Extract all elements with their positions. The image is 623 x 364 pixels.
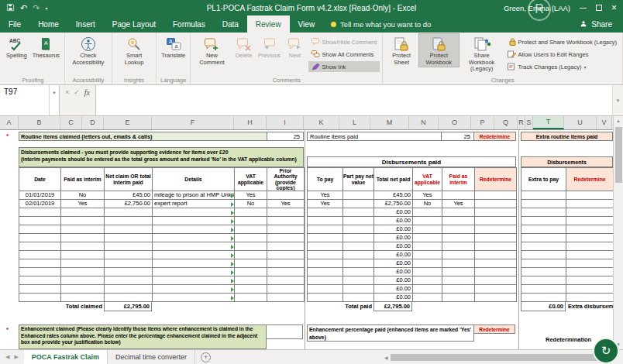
cell[interactable] bbox=[521, 200, 566, 208]
cell[interactable] bbox=[105, 276, 153, 285]
minimize-button[interactable] bbox=[580, 8, 587, 9]
column-header[interactable]: D bbox=[82, 116, 104, 129]
tell-me-box[interactable]: Tell me what you want to do bbox=[323, 15, 439, 33]
protect-and-share-workbook-button[interactable]: Protect and Share Workbook (Legacy) bbox=[504, 36, 620, 47]
show-all-comments-button[interactable]: Show All Comments bbox=[308, 49, 380, 60]
cell[interactable] bbox=[521, 217, 566, 225]
ribbon-tab-page-layout[interactable]: Page Layout bbox=[104, 15, 164, 33]
cell[interactable]: Yes bbox=[267, 200, 305, 208]
total-paid-value[interactable]: £2,795.00 bbox=[373, 301, 412, 311]
cell[interactable] bbox=[442, 259, 475, 268]
column-header[interactable]: P bbox=[471, 116, 494, 129]
cell[interactable]: mileage to prison at HMP Unknown bbox=[153, 191, 235, 200]
cell[interactable] bbox=[267, 217, 305, 225]
routine-items-paid-value[interactable]: 25 bbox=[442, 132, 474, 141]
header-cell[interactable]: Paid as interim bbox=[61, 168, 105, 191]
track-changes-button[interactable]: Track Changes (Legacy) ▾ bbox=[504, 61, 620, 72]
share-workbook-button[interactable]: Share Workbook (Legacy) bbox=[460, 33, 504, 74]
cell[interactable] bbox=[413, 225, 442, 234]
column-header[interactable]: M bbox=[370, 116, 409, 129]
cell[interactable] bbox=[19, 259, 61, 268]
cell[interactable] bbox=[267, 251, 305, 259]
cell[interactable] bbox=[475, 242, 517, 251]
sheet-tab-poca-fastrak-claim[interactable]: POCA Fastrak Claim bbox=[24, 350, 108, 364]
cell[interactable] bbox=[475, 200, 517, 208]
cell[interactable] bbox=[235, 242, 267, 251]
sheet-tab-decimal-time-converter[interactable]: Decimal time converter bbox=[108, 350, 195, 364]
cell[interactable] bbox=[343, 234, 374, 242]
cell[interactable] bbox=[413, 259, 442, 268]
cell[interactable] bbox=[521, 234, 566, 242]
cell[interactable] bbox=[475, 285, 517, 294]
cell[interactable] bbox=[442, 217, 475, 225]
cell[interactable] bbox=[105, 251, 153, 259]
header-cell[interactable]: Part pay net value bbox=[343, 168, 374, 191]
cell[interactable]: £0.00 bbox=[374, 242, 413, 251]
cell[interactable]: 01/01/2019 bbox=[19, 191, 61, 200]
cell[interactable] bbox=[153, 208, 235, 217]
cell[interactable] bbox=[566, 217, 613, 225]
cell[interactable] bbox=[267, 259, 305, 268]
column-header[interactable]: I bbox=[267, 116, 304, 129]
close-button[interactable]: × bbox=[611, 3, 617, 12]
cell[interactable] bbox=[566, 234, 613, 242]
routine-items-paid-label[interactable]: Routine items paid bbox=[307, 132, 442, 141]
vertical-scrollbar[interactable]: ▲ ▼ bbox=[613, 116, 623, 349]
cell[interactable] bbox=[153, 251, 235, 259]
show-hide-comment-button[interactable]: Show/Hide Comment bbox=[308, 36, 380, 47]
insert-function-icon[interactable]: fx bbox=[84, 88, 90, 97]
cell[interactable] bbox=[19, 242, 61, 251]
check-accessibility-button[interactable]: Check Accessibility bbox=[67, 33, 109, 67]
protect-sheet-button[interactable]: Protect Sheet bbox=[385, 33, 418, 67]
column-header[interactable]: K bbox=[304, 116, 339, 129]
cell[interactable] bbox=[521, 276, 566, 285]
cell[interactable] bbox=[267, 294, 305, 302]
cell[interactable] bbox=[566, 242, 613, 251]
cell[interactable] bbox=[521, 242, 566, 251]
cell[interactable] bbox=[153, 276, 235, 285]
cell[interactable] bbox=[308, 234, 343, 242]
cell[interactable]: Yes bbox=[413, 191, 442, 200]
cell[interactable] bbox=[521, 251, 566, 259]
cell[interactable] bbox=[475, 225, 517, 234]
cell[interactable] bbox=[343, 200, 374, 208]
customize-qat-icon[interactable]: ▾ bbox=[45, 5, 47, 11]
column-header[interactable]: E bbox=[104, 116, 152, 129]
cell[interactable] bbox=[442, 234, 475, 242]
share-button[interactable]: Share bbox=[580, 15, 623, 33]
cell[interactable] bbox=[442, 268, 475, 276]
cell[interactable] bbox=[343, 208, 374, 217]
cell[interactable] bbox=[566, 208, 613, 217]
cell[interactable]: £45.00 bbox=[374, 191, 413, 200]
cell[interactable] bbox=[61, 285, 105, 294]
cell[interactable] bbox=[235, 234, 267, 242]
cell[interactable] bbox=[267, 268, 305, 276]
cell[interactable] bbox=[566, 268, 613, 276]
next-comment-button[interactable]: Next bbox=[283, 33, 308, 61]
cell[interactable] bbox=[235, 268, 267, 276]
cell[interactable] bbox=[105, 242, 153, 251]
enhancement-claimed-label[interactable]: Enhancement claimed (Please clearly iden… bbox=[19, 325, 267, 349]
cell[interactable] bbox=[19, 225, 61, 234]
header-cell[interactable]: Paid as interim bbox=[442, 168, 475, 191]
cell[interactable] bbox=[566, 225, 613, 234]
cell[interactable] bbox=[19, 276, 61, 285]
extra-routine-items-paid-header[interactable]: Extra routine items paid bbox=[521, 132, 613, 141]
translate-button[interactable]: Aa Translate bbox=[159, 33, 188, 61]
cell[interactable] bbox=[61, 276, 105, 285]
sheet-grid[interactable]: * * Routine items claimed (letters out, … bbox=[0, 130, 613, 349]
cell[interactable] bbox=[19, 217, 61, 225]
cell[interactable] bbox=[442, 225, 475, 234]
cell[interactable]: expert report bbox=[153, 200, 235, 208]
cell[interactable] bbox=[105, 285, 153, 294]
ribbon-tab-file[interactable]: File bbox=[0, 15, 29, 33]
cell[interactable] bbox=[267, 191, 305, 200]
header-cell[interactable]: Net claim OR total interim paid bbox=[105, 168, 153, 191]
cell[interactable] bbox=[442, 191, 475, 200]
column-header[interactable]: A bbox=[0, 116, 19, 129]
routine-redetermine-cell[interactable]: Redetermine bbox=[474, 132, 516, 141]
cell[interactable]: £0.00 bbox=[374, 251, 413, 259]
cell[interactable]: £45.00 bbox=[105, 191, 153, 200]
cell[interactable] bbox=[105, 225, 153, 234]
cell[interactable] bbox=[235, 217, 267, 225]
